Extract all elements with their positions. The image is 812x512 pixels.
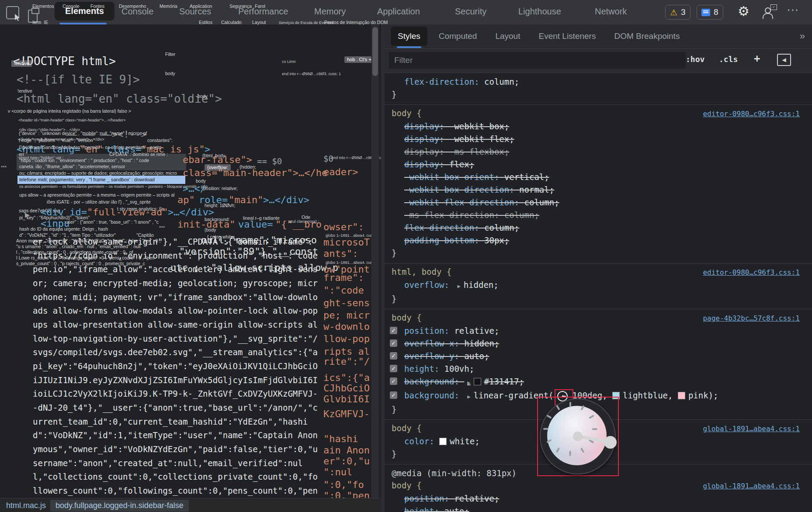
angle-dial[interactable]	[540, 398, 616, 474]
property-checkbox[interactable]: ✓	[390, 327, 397, 334]
more-menu-icon[interactable]: ⋯	[787, 3, 799, 17]
tab-layout[interactable]: Layout	[488, 27, 527, 46]
code-line: azul claro •rosa) ;	[288, 219, 319, 224]
css-property[interactable]: -ms-flex-direction: column;	[385, 209, 812, 221]
code-line: Elementos	[32, 3, 54, 9]
code-line: "full-view-ad"	[87, 207, 168, 218]
css-rule: editor-0980…c96f3.css:1body {display: -w…	[385, 105, 812, 263]
expand-arrow-icon[interactable]: ▶	[457, 283, 460, 289]
color-swatch[interactable]	[439, 438, 447, 445]
new-style-rule-button[interactable]: +	[754, 52, 760, 65]
property-checkbox[interactable]: ✓	[390, 377, 397, 385]
css-property[interactable]: display: -webkit-flex;	[385, 133, 812, 145]
css-rule: flex-direction: column;}	[385, 73, 812, 105]
code-line: t edge" , "platform" : "mac" , "version"	[19, 138, 94, 143]
code-line: l,"collections_count":0,"collections_pri…	[33, 472, 318, 482]
tab-event-listeners[interactable]: Event Listeners	[531, 27, 603, 46]
code-line: er":0,"u	[323, 456, 370, 467]
code-line: svgs/compiled/svgs.dee7eb02.svg","__stre…	[33, 347, 318, 357]
expand-arrow-icon[interactable]: ▶	[467, 394, 470, 400]
breadcrumb-item-html[interactable]: html.mac.js	[6, 501, 46, 510]
code-line: ":0,"pen	[323, 491, 370, 498]
stylesheet-link[interactable]: page-4b32bc…57c8f.css:1	[703, 312, 800, 325]
tab-styles[interactable]: Styles	[391, 27, 427, 46]
more-tabs-chevron-icon[interactable]: »	[800, 31, 805, 42]
css-property[interactable]: display: -ms-flexbox;	[385, 145, 812, 158]
property-checkbox[interactable]: ✓	[390, 365, 397, 372]
dom-tree: <!DOCTYPE html>!endive<!--[if lte IE 9]>…	[0, 24, 381, 498]
property-checkbox[interactable]: ✓	[390, 339, 397, 347]
rule-selector[interactable]: body {	[392, 423, 422, 433]
css-property[interactable]: overflow: ▶hidden;	[385, 279, 812, 293]
css-property[interactable]: -webkit-box-orient: vertical;	[385, 171, 812, 183]
css-property[interactable]: position: relative;	[385, 492, 812, 505]
code-line: ap"	[177, 195, 195, 205]
code-line: == $0	[257, 156, 282, 166]
css-property[interactable]: flex-direction: column;	[385, 221, 812, 234]
css-property[interactable]: ✓overflow-y: auto;	[385, 350, 812, 363]
code-line: urrent_team_id":0,"current_team_hashid":…	[33, 417, 308, 427]
code-line: os anúncios permitem – os formulários pe…	[19, 184, 208, 189]
color-swatch[interactable]	[678, 392, 685, 399]
tab-dom-breakpoints[interactable]: DOM Breakpoints	[607, 27, 687, 46]
tab-computed[interactable]: Computed	[432, 27, 484, 46]
messages-badge[interactable]: 8	[697, 5, 723, 20]
css-property[interactable]: ✓height: 100vh;	[385, 363, 812, 375]
code-line: class="main-header">…</he	[183, 168, 327, 178]
rule-selector[interactable]: body {	[392, 313, 422, 322]
stylesheet-link[interactable]: editor-0980…c96f3.css:1	[703, 107, 800, 120]
css-property[interactable]: padding-bottom: 30px;	[385, 234, 812, 247]
css-property[interactable]: -webkit-flex-direction: column;	[385, 196, 812, 209]
rule-selector[interactable]: body {	[392, 481, 422, 490]
styles-filter-input[interactable]	[389, 52, 686, 69]
warnings-badge[interactable]: ⚠ 3	[665, 5, 691, 20]
code-line: GlvbiI6I	[323, 394, 370, 405]
expand-arrow-icon[interactable]: ▶	[467, 380, 470, 386]
devtools-toolbar: Elements Console Sources Performance Mem…	[0, 0, 812, 24]
stylesheet-link[interactable]: editor-0980…c96f3.css:1	[703, 266, 800, 279]
breadcrumb-item-body[interactable]: body.fullpage.logged-in.sidebar-false	[50, 500, 189, 512]
code-line: ymous","owner_id":"VoDkNZYdEzGn","paid":…	[33, 444, 318, 454]
css-property[interactable]: height: auto;	[385, 505, 812, 512]
stylesheet-link[interactable]: global-1891…abea4.css:1	[703, 422, 800, 435]
panel-divider[interactable]	[381, 24, 385, 512]
panel-toggle-icon[interactable]: ◀	[777, 54, 791, 66]
css-property[interactable]: display: -webkit-box;	[385, 120, 812, 133]
elements-scrollbar[interactable]	[371, 24, 379, 498]
settings-gear-icon[interactable]: ⚙	[738, 3, 750, 19]
code-line: ups allow-presentation allow-same-origin…	[33, 320, 318, 330]
css-property[interactable]: flex-direction: column;	[385, 76, 812, 88]
color-swatch[interactable]	[474, 378, 481, 385]
angle-dial-knob[interactable]	[604, 436, 617, 449]
profile-icon[interactable]: ✓	[762, 7, 774, 18]
css-property[interactable]: -webkit-box-direction: normal;	[385, 183, 812, 196]
code-line: rite":"/	[323, 356, 370, 367]
code-line: ":nul	[323, 467, 352, 477]
code-line: >…</	[183, 183, 206, 194]
dial-tick	[543, 428, 548, 430]
code-line: end into r—Ø98Ø…c96f3. cuss: 1	[282, 72, 341, 76]
code-line: sername":"anon","created_at":null,"email…	[33, 458, 303, 468]
code-line: Filter	[165, 52, 175, 57]
stylesheet-link[interactable]: global-1891…abea4.css:1	[703, 480, 800, 492]
code-line: <!--[if lte IE 9]>	[17, 73, 140, 86]
property-checkbox[interactable]: ✓	[390, 391, 397, 399]
code-line: pen.io","iframe_allow":"accelerometer; a…	[33, 264, 318, 274]
code-line: ripts al	[323, 346, 370, 357]
code-line: v <corpo de página inteira registado (na…	[8, 108, 131, 114]
property-checkbox[interactable]: ✓	[390, 352, 397, 360]
pseudo-state-toggle[interactable]: :hov	[686, 55, 704, 64]
code-line: hash do ID da equipa urgente: Deign , ha…	[19, 226, 108, 232]
rule-selector[interactable]: body {	[392, 108, 422, 118]
code-line: ":"code	[323, 285, 364, 296]
css-property[interactable]: display: flex;	[385, 158, 812, 171]
code-line: >…</div>	[263, 195, 309, 205]
element-classes-toggle[interactable]: .cls	[719, 55, 738, 64]
elements-scrollbar-thumb[interactable]	[372, 27, 378, 76]
code-line: Pontos de Interrupção do DOM	[324, 20, 388, 25]
css-property[interactable]: ✓background: ▶#131417;	[385, 375, 812, 389]
css-property[interactable]: ✓position: relative;	[385, 325, 812, 337]
css-property[interactable]: ✓overflow-x: hidden;	[385, 337, 812, 350]
rule-selector[interactable]: html, body {	[392, 267, 451, 277]
code-line: <html lang="en" class="oldie">	[17, 93, 222, 105]
